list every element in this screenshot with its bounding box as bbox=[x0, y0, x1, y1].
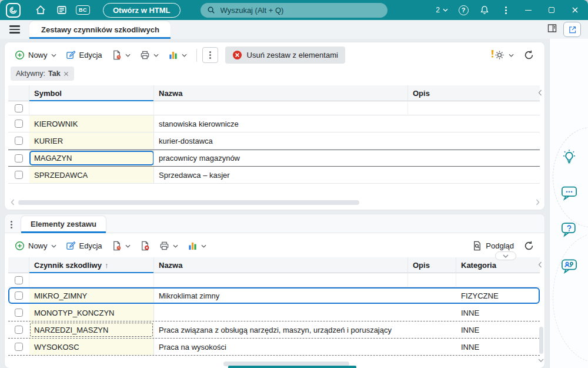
collapse-panel-button[interactable] bbox=[495, 251, 516, 260]
cell-nazwa[interactable]: Sprzedawca – kasjer bbox=[154, 167, 408, 183]
export-document-button[interactable] bbox=[108, 238, 135, 254]
new-button[interactable]: Nowy bbox=[11, 238, 61, 254]
filter-cell-opis[interactable] bbox=[408, 101, 540, 115]
column-header-nazwa[interactable]: Nazwa bbox=[154, 85, 408, 101]
cell-opis[interactable] bbox=[408, 115, 540, 132]
table-row[interactable]: MONOTYP_KONCZYN INNE bbox=[8, 304, 540, 321]
cell-czynnik[interactable]: MONOTYP_KONCZYN bbox=[29, 304, 154, 321]
column-header-opis[interactable]: Opis bbox=[408, 257, 456, 273]
row-checkbox[interactable] bbox=[8, 150, 29, 166]
cell-kategoria[interactable]: INNE bbox=[456, 339, 540, 355]
user-menu[interactable]: 2 bbox=[433, 6, 450, 14]
maximize-button[interactable] bbox=[542, 1, 561, 19]
cell-nazwa[interactable]: Mikroklimat zimny bbox=[154, 287, 408, 304]
filter-row-checkbox-cell[interactable] bbox=[8, 273, 29, 287]
row-checkbox[interactable] bbox=[8, 321, 29, 338]
column-header-czynnik[interactable]: Czynnik szkodliwy ↑ bbox=[29, 257, 154, 273]
delete-element-button[interactable] bbox=[136, 238, 154, 254]
table-row[interactable]: KURIER kurier-dostawca bbox=[8, 132, 540, 150]
home-icon[interactable] bbox=[32, 2, 49, 18]
search-box[interactable] bbox=[201, 3, 387, 18]
filter-cell-kategoria[interactable] bbox=[456, 273, 540, 287]
vertical-scrollbar-thumb[interactable] bbox=[539, 327, 543, 354]
cell-opis[interactable] bbox=[408, 304, 456, 321]
scrollbar-thumb[interactable] bbox=[18, 200, 359, 205]
column-header-opis[interactable]: Opis bbox=[408, 85, 540, 101]
refresh-button[interactable] bbox=[519, 47, 539, 64]
horizontal-scrollbar[interactable] bbox=[5, 197, 544, 210]
row-checkbox[interactable] bbox=[8, 304, 29, 321]
hamburger-menu-icon[interactable] bbox=[8, 22, 21, 36]
filter-cell-czynnik[interactable] bbox=[29, 273, 154, 287]
cell-czynnik-focused[interactable]: NARZEDZI_MASZYN bbox=[29, 321, 154, 338]
cell-kategoria[interactable]: INNE bbox=[456, 321, 540, 338]
cell-symbol[interactable]: KURIER bbox=[29, 132, 154, 149]
news-icon[interactable] bbox=[54, 2, 70, 18]
minimize-button[interactable] bbox=[519, 1, 537, 19]
cell-nazwa[interactable]: Praca związana z obsługą narzędzi, maszy… bbox=[154, 321, 408, 338]
cell-nazwa[interactable]: Praca na wysokości bbox=[154, 339, 408, 355]
reading-pane-icon[interactable] bbox=[547, 23, 557, 36]
active-filter-chip[interactable]: Aktywny: Tak bbox=[11, 67, 74, 81]
drag-handle-icon[interactable] bbox=[8, 220, 15, 230]
column-header-nazwa[interactable]: Nazwa bbox=[154, 257, 408, 273]
cell-symbol[interactable]: SPRZEDAWCA bbox=[29, 167, 154, 183]
row-checkbox[interactable] bbox=[8, 115, 29, 132]
cell-symbol[interactable]: KIEROWNIK bbox=[29, 115, 154, 132]
cell-czynnik[interactable]: WYSOKOSC bbox=[29, 339, 154, 355]
cell-nazwa[interactable] bbox=[154, 304, 408, 321]
search-input[interactable] bbox=[219, 5, 381, 15]
row-checkbox[interactable] bbox=[8, 132, 29, 149]
table-row[interactable]: NARZEDZI_MASZYN Praca związana z obsługą… bbox=[8, 321, 540, 339]
filter-cell-symbol[interactable] bbox=[29, 101, 154, 115]
tab-main[interactable]: Zestawy czynników szkodliwych bbox=[29, 21, 171, 39]
more-options-icon[interactable] bbox=[497, 2, 514, 18]
scroll-right-icon[interactable] bbox=[536, 199, 540, 205]
table-row[interactable]: KIEROWNIK stanowiska kierownicze bbox=[8, 115, 540, 132]
analysis-chart-button[interactable] bbox=[164, 47, 191, 63]
filter-row-checkbox-cell[interactable] bbox=[8, 101, 29, 115]
open-external-button[interactable] bbox=[563, 22, 581, 37]
notifications-icon[interactable] bbox=[476, 2, 493, 18]
open-html-button[interactable]: Otwórz w HTML bbox=[103, 3, 181, 18]
refresh-button[interactable] bbox=[519, 237, 539, 254]
table-row[interactable]: WYSOKOSC Praca na wysokości INNE bbox=[8, 339, 540, 356]
app-logo-icon[interactable] bbox=[6, 3, 21, 18]
cell-opis[interactable] bbox=[408, 132, 540, 149]
close-button[interactable] bbox=[566, 1, 584, 19]
scroll-left-icon[interactable] bbox=[11, 199, 15, 205]
cell-czynnik[interactable]: MIKRO_ZIMNY bbox=[29, 287, 154, 304]
edit-button[interactable]: Edycja bbox=[62, 238, 106, 254]
cell-kategoria[interactable]: INNE bbox=[456, 304, 540, 321]
collapse-columns-icon[interactable] bbox=[538, 89, 542, 98]
chip-close-icon[interactable] bbox=[64, 71, 69, 77]
row-checkbox[interactable] bbox=[8, 339, 29, 355]
scroll-down-icon[interactable] bbox=[538, 354, 544, 364]
cell-opis[interactable] bbox=[408, 321, 456, 338]
filter-cell-nazwa[interactable] bbox=[154, 101, 408, 115]
bc-module-icon[interactable]: BC bbox=[75, 2, 91, 18]
cell-opis[interactable] bbox=[408, 339, 456, 355]
table-row-selected[interactable]: MIKRO_ZIMNY Mikroklimat zimny FIZYCZNE bbox=[8, 287, 540, 304]
analysis-chart-button[interactable] bbox=[183, 238, 211, 254]
help-chat-icon[interactable] bbox=[560, 221, 578, 240]
table-row-selected[interactable]: MAGAZYN pracownicy magazynów bbox=[8, 150, 540, 167]
tab-elements[interactable]: Elementy zestawu bbox=[21, 216, 106, 233]
delete-set-button[interactable]: Usuń zestaw z elementami bbox=[225, 47, 345, 64]
cell-kategoria[interactable]: FIZYCZNE bbox=[456, 287, 540, 304]
cell-nazwa[interactable]: stanowiska kierownicze bbox=[154, 115, 408, 132]
cell-nazwa[interactable]: pracownicy magazynów bbox=[154, 150, 408, 166]
print-button[interactable] bbox=[136, 47, 163, 63]
new-button[interactable]: Nowy bbox=[11, 47, 61, 63]
settings-button[interactable] bbox=[490, 47, 518, 64]
export-document-button[interactable] bbox=[108, 47, 135, 63]
collapse-columns-icon[interactable] bbox=[538, 261, 542, 270]
filter-cell-nazwa[interactable] bbox=[154, 273, 408, 287]
row-checkbox[interactable] bbox=[8, 287, 29, 304]
cell-opis[interactable] bbox=[408, 167, 540, 183]
cell-symbol-focused[interactable]: MAGAZYN bbox=[29, 150, 154, 166]
cell-opis[interactable] bbox=[408, 150, 540, 166]
filter-cell-opis[interactable] bbox=[408, 273, 456, 287]
edit-button[interactable]: Edycja bbox=[62, 47, 106, 63]
tips-lightbulb-icon[interactable] bbox=[561, 148, 577, 168]
